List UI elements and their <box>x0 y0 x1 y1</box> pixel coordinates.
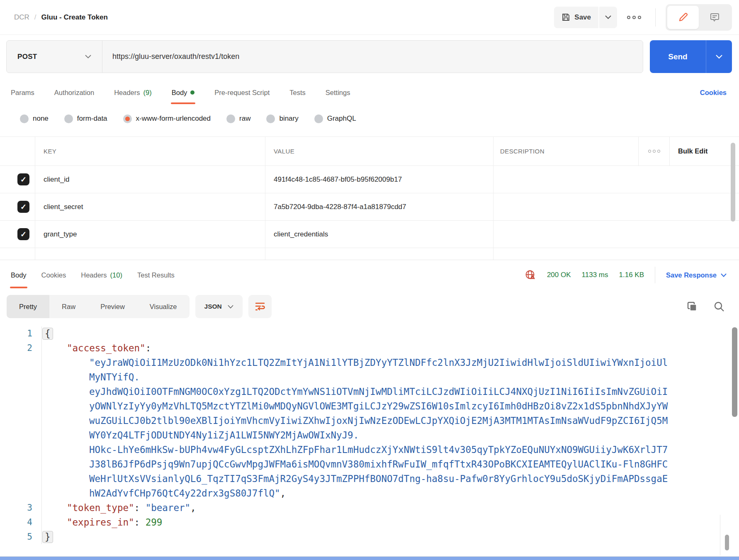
tab-tests[interactable]: Tests <box>289 79 306 106</box>
code-line-content: "expires_in": 299 <box>41 515 739 530</box>
radio-icon <box>314 114 323 123</box>
wrap-lines-icon <box>255 301 265 312</box>
code-line-content: WeHrlUtXsVVsianlyQL6_TqzTI7qS3FmAjR2GyS4… <box>41 472 739 486</box>
response-size[interactable]: 1.16 KB <box>619 271 644 279</box>
save-button[interactable]: Save <box>554 7 598 28</box>
response-tab-body[interactable]: Body <box>11 260 27 290</box>
tab-body[interactable]: Body <box>172 79 195 106</box>
row-checkbox[interactable]: ✓ <box>17 228 29 240</box>
row-description-cell[interactable] <box>493 193 739 220</box>
empty-row-strip <box>0 248 739 260</box>
tab-params[interactable]: Params <box>11 79 34 106</box>
body-mode-x-www-form-urlencoded[interactable]: x-www-form-urlencoded <box>123 114 211 123</box>
edit-mode-button[interactable] <box>667 6 699 29</box>
line-number <box>0 414 41 428</box>
request-title[interactable]: Gluu - Create Token <box>41 13 108 22</box>
comment-mode-button[interactable] <box>699 6 730 29</box>
response-scrollbar-thumb[interactable] <box>732 327 737 417</box>
row-value-cell[interactable]: client_credentials <box>265 221 493 248</box>
save-options-button[interactable] <box>599 7 617 28</box>
pencil-icon <box>678 12 688 22</box>
radio-icon <box>20 114 29 123</box>
table-row: ✓client_secret7a5b7204-9dba-4228-87f4-a1… <box>0 193 739 221</box>
code-line: hW2AdYvfCHp76QtC4y22drx3gS80J7flQ", <box>0 486 739 501</box>
code-line-content: wuZGUiLCJ0b2tlbl90eXBlIjoiYmVhcmVyIiwiZX… <box>41 414 739 428</box>
code-line-content: } <box>41 530 739 544</box>
tab-label: Params <box>11 89 34 97</box>
edit-comment-toggle <box>666 4 732 31</box>
line-number <box>0 486 41 501</box>
row-value-cell[interactable]: 491f4c48-1c85-4687-bf05-b95f62009b17 <box>265 166 493 193</box>
body-mode-GraphQL[interactable]: GraphQL <box>314 114 356 123</box>
send-options-button[interactable] <box>706 40 732 73</box>
view-pretty[interactable]: Pretty <box>7 295 49 318</box>
more-actions-button[interactable] <box>623 16 645 19</box>
table-options-button[interactable] <box>639 137 670 166</box>
tab-settings[interactable]: Settings <box>326 79 350 106</box>
body-mode-selector: noneform-datax-www-form-urlencodedrawbin… <box>0 106 739 131</box>
tab-count-badge: (10) <box>110 271 122 279</box>
response-tab-cookies[interactable]: Cookies <box>41 260 66 290</box>
code-line-content: hW2AdYvfCHp76QtC4y22drx3gS80J7flQ", <box>41 486 739 501</box>
body-mode-form-data[interactable]: form-data <box>64 114 107 123</box>
row-checkbox[interactable]: ✓ <box>17 201 29 213</box>
response-body-viewer: 1{2"access_token":"eyJraWQiOiI1MzUzODk0N… <box>0 323 739 555</box>
cookies-link[interactable]: Cookies <box>700 89 727 97</box>
row-description-cell[interactable] <box>493 221 739 248</box>
code-line: eyJhdWQiOiI0OTFmNGM0OC0xYzg1LTQ2ODctYmYw… <box>0 385 739 399</box>
format-select[interactable]: JSON <box>195 295 243 318</box>
save-response-button[interactable]: Save Response <box>666 271 727 279</box>
send-button[interactable]: Send <box>650 40 706 73</box>
body-mode-none[interactable]: none <box>20 114 49 123</box>
code-line-content: MyNTYifQ. <box>41 370 739 385</box>
row-value-cell[interactable]: 7a5b7204-9dba-4228-87f4-a1a81879cdd7 <box>265 193 493 220</box>
response-tab-test-results[interactable]: Test Results <box>137 260 175 290</box>
copy-button[interactable] <box>686 301 698 312</box>
select-all-cell <box>0 137 35 166</box>
row-key-cell[interactable]: grant_type <box>35 221 265 248</box>
row-checkbox[interactable]: ✓ <box>17 173 29 185</box>
column-header-key: KEY <box>35 137 265 166</box>
request-scrollbar-thumb[interactable] <box>731 143 735 222</box>
bulk-edit-button[interactable]: Bulk Edit <box>670 137 739 166</box>
breadcrumb: DCR / Gluu - Create Token <box>14 13 108 22</box>
search-icon[interactable] <box>713 301 725 312</box>
code-line: HOkc-LhYe6mHkSw-bUPh4vw4FyGLcsptZXhLhZFp… <box>0 443 739 457</box>
network-warning-icon[interactable] <box>525 269 536 281</box>
status-badge[interactable]: 200 OK <box>547 271 571 279</box>
method-select[interactable]: POST <box>7 53 102 61</box>
tab-headers[interactable]: Headers(9) <box>114 79 152 106</box>
table-row: ✓client_id491f4c48-1c85-4687-bf05-b95f62… <box>0 166 739 193</box>
url-input[interactable] <box>102 52 643 61</box>
breadcrumb-collection[interactable]: DCR <box>14 13 29 22</box>
tab-authorization[interactable]: Authorization <box>54 79 94 106</box>
code-line: "eyJraWQiOiI1MzUzODk0Ni1hYzc1LTQ2ZmItYjA… <box>0 355 739 370</box>
line-number <box>0 355 41 370</box>
line-number <box>0 428 41 443</box>
tab-label: Cookies <box>41 271 66 279</box>
wrap-lines-button[interactable] <box>248 295 272 318</box>
body-mode-label: x-www-form-urlencoded <box>136 114 211 123</box>
body-mode-label: none <box>33 114 49 123</box>
row-key-cell[interactable]: client_secret <box>35 193 265 220</box>
code-line: 3"token_type": "bearer", <box>0 501 739 515</box>
row-key-cell[interactable]: client_id <box>35 166 265 193</box>
tab-pre-request-script[interactable]: Pre-request Script <box>214 79 270 106</box>
code-line: J38lB6JfP6dPsjq9Wn7upjQCcGwvMpgJWFMa6isM… <box>0 457 739 472</box>
save-response-label: Save Response <box>666 271 717 279</box>
response-tab-headers[interactable]: Headers(10) <box>81 260 122 290</box>
body-mode-raw[interactable]: raw <box>226 114 250 123</box>
column-header-description: DESCRIPTION <box>493 137 639 166</box>
view-preview[interactable]: Preview <box>88 295 137 318</box>
tab-label: Headers <box>81 271 107 279</box>
row-description-cell[interactable] <box>493 166 739 193</box>
line-number: 4 <box>0 515 41 530</box>
line-number <box>0 457 41 472</box>
response-time[interactable]: 1133 ms <box>582 271 608 279</box>
view-raw[interactable]: Raw <box>49 295 88 318</box>
body-mode-binary[interactable]: binary <box>266 114 298 123</box>
radio-icon <box>123 114 132 123</box>
code-line-content: "access_token": <box>41 341 739 355</box>
code-scrollbar-thumb[interactable] <box>725 535 729 550</box>
view-visualize[interactable]: Visualize <box>137 295 190 318</box>
